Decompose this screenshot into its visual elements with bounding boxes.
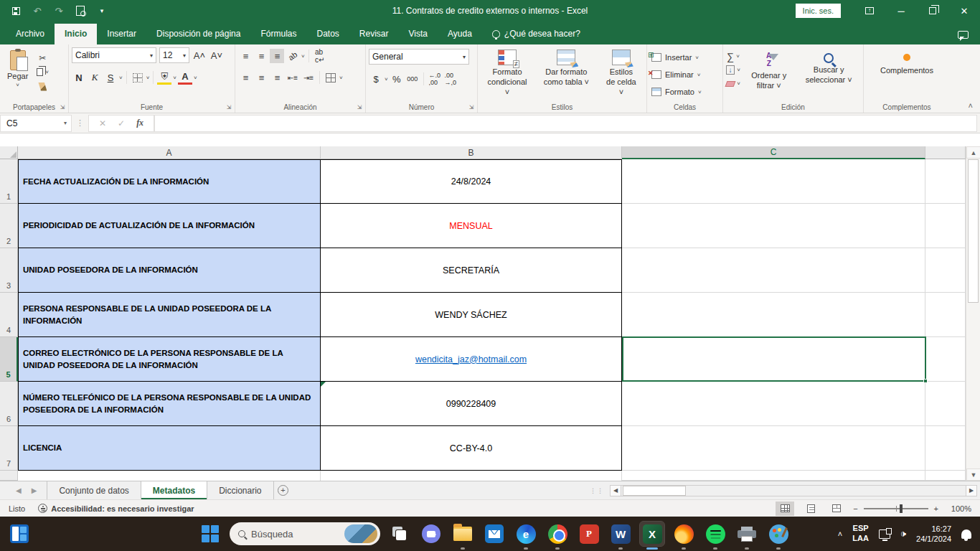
font-color-icon[interactable]: A: [178, 70, 192, 85]
volume-icon[interactable]: 🕩: [900, 528, 906, 540]
cell-B6[interactable]: 0990228409: [321, 382, 622, 426]
accounting-format-icon[interactable]: $: [369, 72, 383, 86]
cell-B2[interactable]: MENSUAL: [321, 204, 622, 248]
spotify-icon[interactable]: [703, 522, 727, 546]
find-select-button[interactable]: Buscar y seleccionar ˅: [797, 47, 860, 101]
cell-B3[interactable]: SECRETARÍA: [321, 248, 622, 293]
cell-overflow[interactable]: [925, 204, 966, 248]
vertical-scroll-thumb[interactable]: [968, 159, 979, 303]
borders-caret-icon[interactable]: ˅: [146, 75, 150, 81]
column-header-B[interactable]: B: [321, 146, 622, 159]
start-button[interactable]: [198, 522, 222, 546]
accessibility-status[interactable]: Accesibilidad: es necesario investigar: [38, 504, 194, 513]
orientation-icon[interactable]: ab: [283, 46, 303, 66]
sheet-tab-diccionario[interactable]: Diccionario: [207, 481, 273, 499]
cell-A7[interactable]: LICENCIA: [18, 426, 321, 471]
customize-qat-icon[interactable]: ▾: [96, 5, 108, 17]
edge-icon[interactable]: e: [514, 522, 538, 546]
decrease-font-icon[interactable]: A˅: [209, 48, 224, 62]
underline-button[interactable]: S: [103, 70, 118, 85]
network-display-icon[interactable]: [879, 529, 890, 539]
merge-center-icon[interactable]: [324, 70, 338, 85]
align-right-icon[interactable]: ≡: [270, 70, 284, 85]
borders-icon[interactable]: [131, 70, 145, 85]
column-header-A[interactable]: A: [18, 146, 321, 159]
cell-B5[interactable]: wendicita_jaz@hotmail.com: [321, 337, 622, 382]
mail-icon[interactable]: [482, 522, 507, 546]
cell-C5[interactable]: [622, 337, 925, 382]
cell-styles-button[interactable]: Estilos de celda ˅: [599, 47, 644, 101]
save-icon[interactable]: [10, 5, 22, 17]
scroll-left-icon[interactable]: ◀: [610, 485, 621, 496]
fill-icon[interactable]: ↓ ˅: [726, 64, 740, 76]
insert-cells-button[interactable]: Insertar˅: [650, 50, 720, 65]
accounting-caret-icon[interactable]: ˅: [385, 76, 388, 83]
select-all-corner[interactable]: [0, 146, 18, 159]
cell-B1[interactable]: 24/8/2024: [321, 159, 622, 204]
paste-button[interactable]: Pegar˅: [3, 47, 32, 101]
cut-icon[interactable]: ✂: [35, 52, 50, 64]
scroll-down-icon[interactable]: ▼: [966, 468, 980, 481]
chrome-icon[interactable]: [545, 522, 570, 546]
addins-button[interactable]: Complementos: [875, 47, 939, 101]
cell-B4[interactable]: WENDY SÁCHEZ: [321, 293, 622, 337]
bold-button[interactable]: N: [72, 70, 86, 85]
name-box[interactable]: C5 ▾: [0, 115, 72, 132]
decrease-decimal-icon[interactable]: .00→,0: [443, 72, 458, 86]
paint-icon[interactable]: [766, 522, 791, 546]
zoom-out-icon[interactable]: −: [853, 504, 857, 513]
formula-input[interactable]: [154, 115, 977, 132]
cancel-entry-icon[interactable]: ✕: [99, 118, 106, 128]
tab-insertar[interactable]: Insertar: [97, 24, 146, 44]
new-sheet-icon[interactable]: +: [274, 481, 293, 499]
page-break-view-icon[interactable]: [827, 501, 846, 516]
sheet-next-icon[interactable]: ▶: [32, 486, 37, 494]
hidden-icons-chevron[interactable]: ˄: [838, 529, 842, 538]
tab-datos[interactable]: Datos: [306, 24, 349, 44]
scroll-right-icon[interactable]: ▶: [966, 485, 977, 496]
ribbon-display-options-icon[interactable]: ↑: [854, 0, 885, 22]
cell-B7[interactable]: CC-BY-4.0: [321, 426, 622, 471]
clear-icon[interactable]: ˅: [726, 77, 740, 90]
cell-C4[interactable]: [622, 293, 925, 337]
row-header-3[interactable]: 3: [0, 248, 18, 293]
cell-A1[interactable]: FECHA ACTUALIZACIÓN DE LA INFORMACIÓN: [18, 159, 321, 204]
file-explorer-icon[interactable]: [451, 522, 475, 546]
align-center-icon[interactable]: ≡: [254, 70, 268, 85]
column-header-partial[interactable]: [925, 146, 966, 159]
format-cells-button[interactable]: Formato˅: [650, 85, 720, 99]
zoom-in-icon[interactable]: +: [934, 504, 938, 513]
decrease-indent-icon[interactable]: ⇤≡: [286, 70, 300, 85]
tab-inicio[interactable]: Inicio: [55, 24, 97, 44]
redo-icon[interactable]: ↷: [53, 5, 65, 17]
wrap-text-icon[interactable]: abc↵: [313, 49, 327, 63]
row-header-6[interactable]: 6: [0, 382, 18, 426]
search-highlight-image[interactable]: [344, 524, 377, 543]
sheet-tab-conjunto-de-datos[interactable]: Conjunto de datos: [47, 481, 141, 499]
cell-overflow[interactable]: [925, 382, 966, 426]
cell-overflow[interactable]: [925, 159, 966, 204]
italic-button[interactable]: K: [88, 70, 102, 85]
delete-cells-button[interactable]: Eliminar˅: [650, 67, 720, 82]
tab-vista[interactable]: Vista: [399, 24, 438, 44]
tab-ayuda[interactable]: Ayuda: [438, 24, 482, 44]
merge-caret-icon[interactable]: ˅: [339, 75, 343, 81]
row-header-2[interactable]: 2: [0, 204, 18, 248]
font-size-select[interactable]: 12▾: [159, 47, 189, 63]
firefox-icon[interactable]: [672, 522, 696, 546]
tab-disposicion[interactable]: Disposición de página: [146, 24, 250, 44]
insert-function-icon[interactable]: fx: [136, 118, 143, 128]
cell-C3[interactable]: [622, 248, 925, 293]
font-dialog-launcher[interactable]: ⇲: [225, 104, 232, 111]
sheet-tab-metadatos[interactable]: Metadatos: [141, 481, 207, 499]
comments-icon[interactable]: [958, 31, 969, 39]
font-color-caret-icon[interactable]: ˅: [194, 75, 197, 81]
cell-A4[interactable]: PERSONA RESPONSABLE DE LA UNIDAD POSEEDO…: [18, 293, 321, 337]
cell-A5[interactable]: CORREO ELECTRÓNICO DE LA PERSONA RESPONS…: [18, 337, 321, 382]
tab-archivo[interactable]: Archivo: [6, 24, 55, 44]
chat-icon[interactable]: [419, 522, 443, 546]
task-view-icon[interactable]: [387, 522, 412, 546]
close-icon[interactable]: ✕: [948, 0, 980, 22]
cell-C1[interactable]: [622, 159, 925, 204]
pdf-app-icon[interactable]: P: [577, 522, 601, 546]
